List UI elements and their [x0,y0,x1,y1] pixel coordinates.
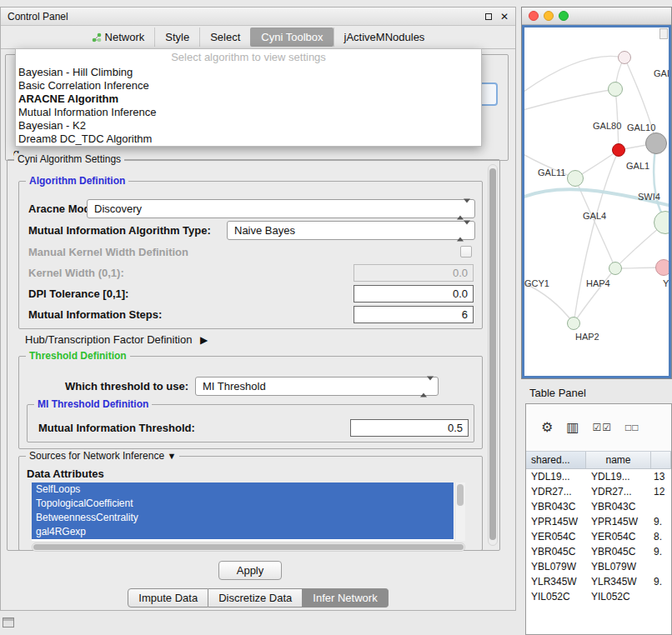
column-header-shared-name[interactable]: shared... [526,452,586,468]
network-node[interactable] [654,211,671,234]
mi-type-select[interactable]: Naive Bayes [227,221,475,240]
node-label: HAP2 [575,332,599,342]
network-node[interactable] [609,262,622,275]
selected-value: Naive Bayes [234,224,295,237]
cell-shared-name: YIL052C [526,591,586,602]
group-title: Cyni Algorithm Settings [14,153,124,165]
field-value: 0.0 [453,288,468,300]
table-row[interactable]: YPR145WYPR145W9. [526,514,671,529]
dpi-tolerance-field[interactable]: 0.0 [354,285,474,302]
network-node-hub[interactable] [645,132,667,154]
hub-section-toggle[interactable]: Hub/Transcription Factor Definition ▶ [25,333,208,346]
apply-button[interactable]: Apply [218,561,282,580]
network-canvas[interactable]: GAL GAL80 GAL10 GAL11 GAL1 SWI4 GAL4 GCY… [522,25,671,378]
algorithm-option[interactable]: Basic Correlation Inference [16,79,481,92]
cell-name: YPR145W [586,516,651,528]
tab-select[interactable]: Select [199,28,250,47]
scrollbar-thumb[interactable] [457,484,464,506]
network-node[interactable] [567,317,580,330]
field-value: 6 [462,308,468,321]
scrollbar-thumb[interactable] [489,168,496,540]
algorithm-option[interactable]: Bayesian - K2 [16,119,481,132]
table-row[interactable]: YER054CYER054C8. [526,529,671,544]
table-row[interactable]: YBL079WYBL079W [526,559,671,574]
tab-jactivemnodules[interactable]: jActiveMNodules [333,28,435,47]
close-icon[interactable]: ✕ [500,12,509,22]
scrollbar-thumb[interactable] [33,544,464,550]
field-value: 0.0 [453,267,468,279]
desktop: Control Panel ✕ Network Style Select Cyn… [0,0,672,635]
network-window-titlebar [522,8,671,25]
sources-title: Sources for Network Inference [29,450,164,462]
cell-shared-name: YBR043C [526,501,586,512]
table-row[interactable]: YDL19...YDL19...13 [526,469,671,484]
sources-toggle[interactable]: Sources for Network Inference ▼ [26,450,179,462]
zoom-traffic-light[interactable] [559,11,569,21]
algorithm-option[interactable]: Mutual Information Inference [16,106,481,119]
cell-name: YBR045C [586,546,651,558]
cell-name: YBR043C [586,501,651,512]
clear-all-checkboxes-icon[interactable]: □□ [625,422,639,432]
field-value: 0.5 [448,422,463,434]
settings-vertical-scrollbar[interactable] [488,164,498,546]
mi-threshold-label: Mutual Information Threshold: [38,422,195,434]
network-node[interactable] [618,51,631,64]
cell-shared-name: YDR27... [526,486,586,498]
cell-name: YLR345W [586,576,651,588]
group-title: MI Threshold Definition [34,398,152,410]
tab-label: Select [210,31,240,43]
node-label: SWI4 [638,192,660,202]
mi-threshold-field[interactable]: 0.5 [350,419,469,437]
network-scrollbar-fragment[interactable] [659,28,668,39]
algorithm-option[interactable]: Dream8 DC_TDC Algorithm [16,132,481,146]
algorithm-option-selected[interactable]: ARACNE Algorithm [16,92,481,106]
cell-name: YER054C [586,531,651,542]
which-threshold-select[interactable]: MI Threshold [195,377,439,396]
attribute-item-selected[interactable]: TopologicalCoefficient [32,497,454,511]
apply-label: Apply [237,564,264,577]
table-row[interactable]: YLR345WYLR345W9. [526,574,671,589]
tab-label: Network [105,31,145,43]
bottom-tabbar: Impute Data Discretize Data Infer Networ… [1,588,515,608]
tab-discretize-data[interactable]: Discretize Data [208,588,303,608]
mi-steps-field[interactable]: 6 [354,306,474,323]
network-node[interactable] [655,259,671,276]
list-vertical-scrollbar[interactable] [454,482,465,541]
attribute-item-selected[interactable]: SelfLoops [32,482,454,497]
tab-infer-network[interactable]: Infer Network [303,588,388,608]
float-window-icon[interactable] [485,13,492,20]
tab-impute-data[interactable]: Impute Data [128,588,208,608]
column-header-name[interactable]: name [586,452,651,468]
column-header-extra[interactable] [651,452,671,468]
tab-style[interactable]: Style [154,28,199,47]
tab-network[interactable]: Network [82,28,155,47]
cell-shared-name: YER054C [526,531,586,542]
minimize-traffic-light[interactable] [544,11,554,21]
chevron-down-icon: ▼ [167,451,176,461]
network-node[interactable] [608,82,623,97]
attribute-item-selected[interactable]: gal4RGexp [32,525,454,539]
network-node[interactable] [567,170,584,187]
cell-name: YDL19... [586,471,651,482]
network-node-selected[interactable] [612,143,625,157]
node-label: GAL [654,68,671,78]
manual-kernel-checkbox[interactable] [460,246,472,258]
cell-name: YBL079W [586,561,651,572]
minimized-panel-icon[interactable] [3,618,14,628]
aracne-mode-select[interactable]: Discovery [87,199,475,218]
table-row[interactable]: YBR043CYBR043C [526,499,671,514]
kernel-width-field[interactable]: 0.0 [354,264,474,282]
table-row[interactable]: YDR27...YDR27...12 [526,484,671,499]
tab-cyni-toolbox[interactable]: Cyni Toolbox [250,28,333,47]
control-panel-window: Control Panel ✕ Network Style Select Cyn… [0,7,516,611]
columns-icon[interactable]: ▥ [566,421,579,434]
table-row[interactable]: YIL052CYIL052C [526,589,671,604]
select-all-checkboxes-icon[interactable]: ☑☑ [592,422,612,432]
close-traffic-light[interactable] [529,11,539,21]
table-row[interactable]: YBR045CYBR045C9. [526,544,671,559]
data-attributes-list[interactable]: SelfLoops TopologicalCoefficient Between… [32,482,465,541]
list-horizontal-scrollbar[interactable] [32,542,465,552]
gear-icon[interactable]: ⚙ [541,421,553,434]
attribute-item-selected[interactable]: BetweennessCentrality [32,511,454,525]
algorithm-option[interactable]: Bayesian - Hill Climbing [16,66,481,79]
